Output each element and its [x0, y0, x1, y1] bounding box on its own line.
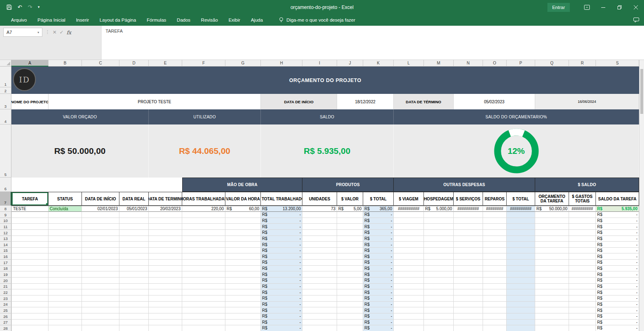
cell-M25[interactable]: [424, 307, 454, 313]
cell-B13[interactable]: [49, 236, 82, 242]
cell-J7[interactable]: $ VALOR: [337, 192, 363, 206]
cell-R19[interactable]: [569, 271, 596, 278]
cell-R27[interactable]: [569, 320, 596, 326]
cell-P18[interactable]: [507, 266, 535, 272]
cell-F28[interactable]: [182, 325, 225, 331]
cell-L19[interactable]: [394, 271, 424, 278]
start-date-value[interactable]: 18/12/2022: [337, 94, 394, 109]
cell-N16[interactable]: [454, 253, 483, 260]
used-label[interactable]: UTILIZADO: [149, 109, 261, 124]
cell-N24[interactable]: [454, 302, 483, 308]
cell-R15[interactable]: [569, 248, 596, 254]
cell-E21[interactable]: [149, 284, 182, 290]
cell-K8[interactable]: R$365,00: [363, 206, 394, 212]
cell-C18[interactable]: [82, 266, 119, 272]
cell-J25[interactable]: [337, 307, 363, 313]
cell-J12[interactable]: [337, 230, 363, 236]
cell-S23[interactable]: R$-: [596, 295, 639, 302]
cell-R25[interactable]: [569, 307, 596, 313]
cell-P26[interactable]: [507, 313, 535, 320]
cell-C9[interactable]: [82, 212, 119, 218]
cell-I25[interactable]: [302, 307, 337, 313]
column-header-N[interactable]: N: [454, 60, 483, 67]
cell-I19[interactable]: [302, 271, 337, 278]
cell-E7[interactable]: DATA DE TERMINO: [149, 192, 182, 206]
cell-R9[interactable]: [569, 212, 596, 218]
cell-D18[interactable]: [119, 266, 149, 272]
cell-F26[interactable]: [182, 313, 225, 320]
cell-O20[interactable]: [483, 278, 507, 284]
row-header-6[interactable]: 6: [0, 178, 11, 192]
cell-K13[interactable]: R$-: [363, 236, 394, 242]
project-name-value[interactable]: PROJETO TESTE: [49, 94, 261, 109]
ribbon-tab-5[interactable]: Dados: [172, 14, 196, 26]
cell-E25[interactable]: [149, 307, 182, 313]
cell-D11[interactable]: [119, 224, 149, 230]
cell-H20[interactable]: R$-: [261, 278, 302, 284]
cell-B10[interactable]: [49, 218, 82, 224]
cell-Q13[interactable]: [535, 236, 569, 242]
cell-G23[interactable]: [225, 295, 261, 302]
cell-N21[interactable]: [454, 284, 483, 290]
cell-N10[interactable]: [454, 218, 483, 224]
cell-P27[interactable]: [507, 320, 535, 326]
cell-H8[interactable]: R$13.200,00: [261, 206, 302, 212]
cell-A8[interactable]: TESTE: [11, 206, 49, 212]
cell-L26[interactable]: [394, 313, 424, 320]
cell-S26[interactable]: R$-: [596, 313, 639, 320]
cell-A23[interactable]: [11, 295, 49, 302]
cell-E26[interactable]: [149, 313, 182, 320]
cell-R14[interactable]: [569, 242, 596, 248]
column-header-P[interactable]: P: [507, 60, 535, 67]
cell-N8[interactable]: ##########: [454, 206, 483, 212]
cell-K24[interactable]: R$-: [363, 302, 394, 308]
cell-P10[interactable]: [507, 218, 535, 224]
cell-Q8[interactable]: R$50.000,00: [535, 206, 569, 212]
cell-C13[interactable]: [82, 236, 119, 242]
row-header-27[interactable]: 27: [0, 320, 11, 326]
cell-S18[interactable]: R$-: [596, 266, 639, 272]
ribbon-tab-6[interactable]: Revisão: [196, 14, 223, 26]
cell-O15[interactable]: [483, 248, 507, 254]
cell-Q28[interactable]: [535, 325, 569, 331]
sign-in-button[interactable]: Entrar: [547, 3, 570, 12]
cell-L20[interactable]: [394, 278, 424, 284]
cell-A15[interactable]: [11, 248, 49, 254]
cell-G15[interactable]: [225, 248, 261, 254]
cell-N9[interactable]: [454, 212, 483, 218]
cell-J21[interactable]: [337, 284, 363, 290]
cell-I21[interactable]: [302, 284, 337, 290]
cell-C28[interactable]: [82, 325, 119, 331]
cell-M8[interactable]: R$5.000,00: [424, 206, 454, 212]
cell-N18[interactable]: [454, 266, 483, 272]
cell-R26[interactable]: [569, 313, 596, 320]
cell-Q14[interactable]: [535, 242, 569, 248]
cell-J18[interactable]: [337, 266, 363, 272]
cell-H21[interactable]: R$-: [261, 284, 302, 290]
cell-C26[interactable]: [82, 313, 119, 320]
cell-R16[interactable]: [569, 253, 596, 260]
group-header-2[interactable]: OUTRAS DESPESAS: [394, 178, 535, 192]
cell-A25[interactable]: [11, 307, 49, 313]
cell-L21[interactable]: [394, 284, 424, 290]
cell-R13[interactable]: [569, 236, 596, 242]
cell-I26[interactable]: [302, 313, 337, 320]
cell-F15[interactable]: [182, 248, 225, 254]
cell-P23[interactable]: [507, 295, 535, 302]
cell-D27[interactable]: [119, 320, 149, 326]
cell-M28[interactable]: [424, 325, 454, 331]
row-header-7[interactable]: 7: [0, 192, 11, 206]
undo-icon[interactable]: ↶: [18, 4, 22, 10]
cell-R7[interactable]: $ GASTOS TOTAIS: [569, 192, 596, 206]
cell-P12[interactable]: [507, 230, 535, 236]
cell-O26[interactable]: [483, 313, 507, 320]
cell-L15[interactable]: [394, 248, 424, 254]
cell-D28[interactable]: [119, 325, 149, 331]
cell-F11[interactable]: [182, 224, 225, 230]
cell-A9[interactable]: [11, 212, 49, 218]
cell-K22[interactable]: R$-: [363, 289, 394, 295]
cell-G8[interactable]: R$60,00: [225, 206, 261, 212]
cell-S11[interactable]: R$-: [596, 224, 639, 230]
cell-A26[interactable]: [11, 313, 49, 320]
row-header-15[interactable]: 15: [0, 248, 11, 254]
